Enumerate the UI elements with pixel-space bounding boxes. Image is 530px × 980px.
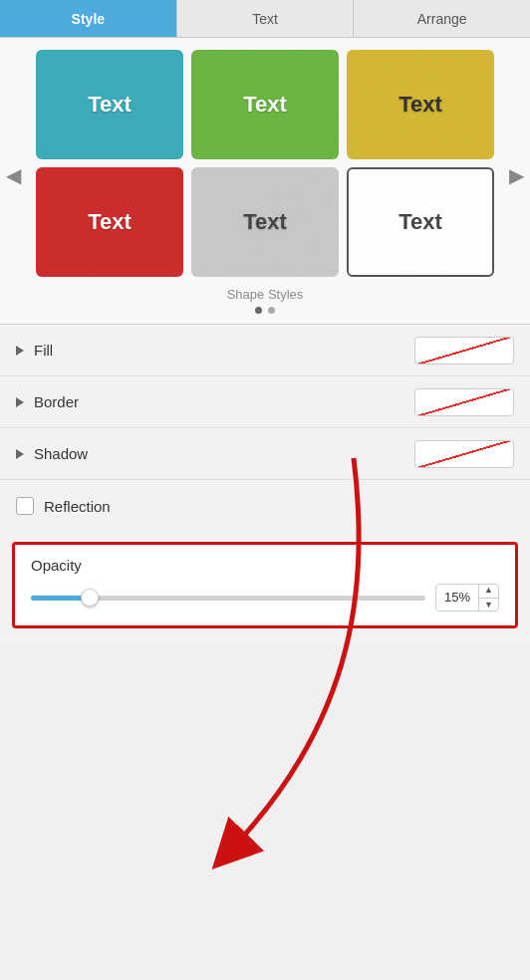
shadow-expand-icon[interactable] (16, 449, 24, 459)
border-row: Border (0, 376, 530, 428)
fill-row: Fill (0, 325, 530, 376)
page-dots (8, 307, 522, 314)
tab-style[interactable]: Style (0, 0, 177, 37)
style-card-outline[interactable]: Text (347, 167, 494, 277)
fill-label: Fill (34, 342, 414, 359)
dot-2[interactable] (268, 307, 275, 314)
border-swatch[interactable] (414, 388, 514, 416)
opacity-thumb[interactable] (81, 589, 99, 607)
next-arrow[interactable]: ▶ (503, 159, 530, 191)
prev-arrow[interactable]: ◀ (0, 159, 27, 191)
opacity-slider[interactable] (31, 596, 425, 601)
opacity-value-box: 15% ▲ ▼ (435, 584, 499, 612)
opacity-increment[interactable]: ▲ (479, 584, 498, 599)
opacity-section: Opacity 15% ▲ ▼ (12, 542, 518, 628)
shape-styles-label: Shape Styles (8, 287, 522, 302)
reflection-label: Reflection (44, 498, 514, 515)
style-card-red[interactable]: Text (36, 167, 183, 277)
tab-text[interactable]: Text (177, 0, 355, 37)
border-expand-icon[interactable] (16, 397, 24, 407)
shadow-swatch[interactable] (414, 440, 514, 468)
opacity-value: 15% (436, 584, 478, 612)
reflection-row: Reflection (0, 480, 530, 532)
shadow-label: Shadow (34, 445, 414, 462)
style-cards-grid: Text Text Text Text Text Text (8, 50, 522, 277)
style-cards-section: ◀ ▶ Text Text Text Text Text Text (0, 38, 530, 325)
shadow-row: Shadow (0, 428, 530, 480)
opacity-controls: 15% ▲ ▼ (31, 584, 499, 612)
tab-arrange[interactable]: Arrange (354, 0, 530, 37)
style-card-gray[interactable]: Text (191, 167, 339, 277)
border-label: Border (34, 393, 414, 410)
dot-1[interactable] (255, 307, 262, 314)
tab-bar: Style Text Arrange (0, 0, 530, 38)
style-card-green[interactable]: Text (191, 50, 339, 159)
fill-expand-icon[interactable] (16, 346, 24, 356)
reflection-checkbox[interactable] (16, 497, 34, 515)
style-card-teal[interactable]: Text (36, 50, 183, 159)
properties-section: Fill Border Shadow Reflection (0, 325, 530, 532)
fill-swatch[interactable] (414, 337, 514, 365)
opacity-stepper: ▲ ▼ (478, 584, 498, 612)
opacity-label: Opacity (31, 557, 499, 574)
style-card-yellow[interactable]: Text (347, 50, 494, 159)
opacity-decrement[interactable]: ▼ (479, 599, 498, 612)
